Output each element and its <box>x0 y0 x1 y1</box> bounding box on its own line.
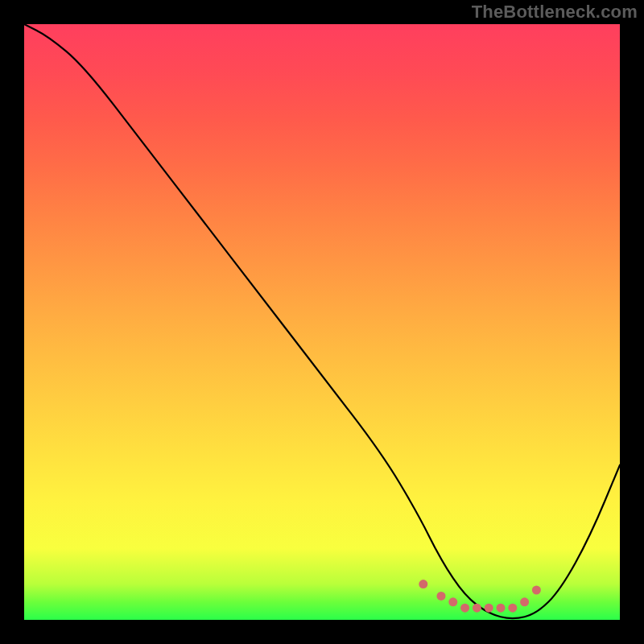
plot-area <box>24 24 620 620</box>
valley-markers <box>419 580 541 613</box>
valley-marker <box>497 604 506 613</box>
valley-marker <box>460 604 469 613</box>
curve-svg <box>24 24 620 620</box>
bottleneck-curve <box>24 24 620 618</box>
valley-marker <box>437 592 446 601</box>
valley-marker <box>485 604 493 613</box>
valley-marker <box>532 586 541 595</box>
valley-marker <box>520 597 529 606</box>
valley-marker <box>448 597 457 606</box>
valley-marker <box>473 604 481 613</box>
valley-marker <box>508 604 517 613</box>
valley-marker <box>419 580 427 588</box>
chart-frame: TheBottleneck.com <box>0 0 644 644</box>
watermark-label: TheBottleneck.com <box>472 2 638 23</box>
